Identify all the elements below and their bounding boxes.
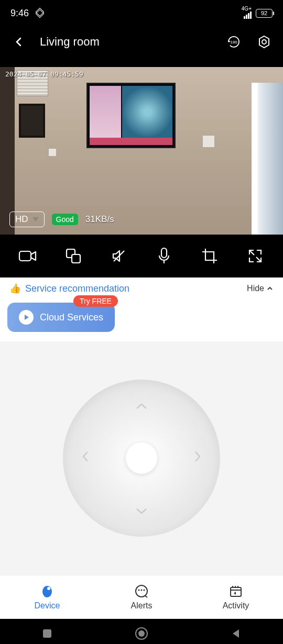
chevron-up-icon xyxy=(266,285,274,292)
video-timestamp: 2024-05-07 09:45:59 xyxy=(5,70,83,78)
settings-button[interactable] xyxy=(255,32,274,51)
dropdown-triangle-icon xyxy=(32,217,39,221)
svg-rect-21 xyxy=(43,629,51,638)
svg-line-9 xyxy=(256,257,260,261)
device-icon xyxy=(40,584,54,598)
recommendation-label[interactable]: Service recommendation xyxy=(25,283,243,294)
circle-icon xyxy=(135,627,148,640)
ptz-center-button[interactable] xyxy=(126,442,157,474)
status-bar: 9:46 4G+ 92 xyxy=(0,0,283,26)
multiview-icon xyxy=(64,247,82,265)
app-header: Living room 180 xyxy=(0,26,283,58)
rotate-180-button[interactable]: 180 xyxy=(224,32,243,51)
svg-point-10 xyxy=(42,586,52,597)
nav-device[interactable]: Device xyxy=(0,575,94,619)
scene-window xyxy=(252,83,283,235)
hide-button[interactable]: Hide xyxy=(247,284,274,293)
scene-picture-frame xyxy=(19,104,45,138)
mic-button[interactable] xyxy=(151,243,177,269)
bottom-nav: Device Alerts Activity xyxy=(0,575,283,619)
microphone-icon xyxy=(157,247,171,265)
layers-icon xyxy=(35,9,43,17)
back-button[interactable] xyxy=(9,32,28,51)
scene-door xyxy=(0,67,15,235)
ptz-joystick[interactable] xyxy=(63,380,220,537)
thumbs-up-icon: 👍 xyxy=(9,283,21,294)
expand-icon xyxy=(247,248,263,264)
activity-icon xyxy=(229,584,243,598)
svg-point-1 xyxy=(262,40,266,44)
chevron-left-icon xyxy=(14,37,24,47)
svg-rect-6 xyxy=(161,248,167,258)
alerts-icon xyxy=(135,584,148,598)
svg-rect-4 xyxy=(72,254,80,263)
ptz-up-icon xyxy=(135,398,148,413)
quality-selector[interactable]: HD xyxy=(9,212,45,227)
speaker-mute-icon xyxy=(110,247,128,265)
fullscreen-button[interactable] xyxy=(243,243,268,269)
recommendation-row: 👍 Service recommendation Hide xyxy=(0,277,283,299)
svg-rect-2 xyxy=(19,251,31,261)
sys-home-button[interactable] xyxy=(134,626,149,641)
page-title: Living room xyxy=(40,35,213,49)
ptz-left-icon xyxy=(82,450,89,466)
cloud-services-label: Cloud Services xyxy=(40,312,103,323)
svg-point-14 xyxy=(141,589,143,591)
sys-recent-button[interactable] xyxy=(40,626,55,641)
crop-icon xyxy=(201,247,219,265)
rotate-180-icon: 180 xyxy=(226,34,242,50)
scene-switch xyxy=(48,148,57,157)
svg-point-23 xyxy=(138,630,145,637)
cloud-services-button[interactable]: Cloud Services xyxy=(7,303,115,332)
battery-indicator: 92 xyxy=(256,9,273,18)
record-button[interactable] xyxy=(15,243,40,269)
system-nav xyxy=(0,619,283,644)
try-free-badge: Try FREE xyxy=(73,295,118,307)
svg-point-13 xyxy=(138,589,140,591)
hexagon-settings-icon xyxy=(257,35,271,49)
triangle-left-icon xyxy=(230,628,242,639)
network-label: 4G+ xyxy=(242,6,252,12)
video-controls xyxy=(0,235,283,277)
nav-alerts[interactable]: Alerts xyxy=(94,575,189,619)
signal-icon xyxy=(244,12,252,19)
mute-button[interactable] xyxy=(106,243,132,269)
camera-feed[interactable]: 2024-05-07 09:45:59 HD Good 31KB/s xyxy=(0,67,283,235)
nav-alerts-label: Alerts xyxy=(131,601,153,610)
cloud-play-icon xyxy=(19,310,34,325)
svg-line-8 xyxy=(250,251,254,255)
scene-tv xyxy=(86,83,176,148)
screenshot-button[interactable] xyxy=(197,243,222,269)
ptz-panel xyxy=(0,341,283,575)
status-time: 9:46 xyxy=(10,8,29,19)
ptz-down-icon xyxy=(135,503,148,518)
connection-badge: Good xyxy=(52,214,78,225)
svg-point-12 xyxy=(136,585,147,597)
nav-activity[interactable]: Activity xyxy=(189,575,283,619)
multiview-button[interactable] xyxy=(61,243,86,269)
scene-switch xyxy=(202,135,215,148)
svg-text:180: 180 xyxy=(230,40,237,45)
square-icon xyxy=(42,628,52,639)
nav-activity-label: Activity xyxy=(223,601,249,610)
video-camera-icon xyxy=(18,248,37,264)
bitrate-label: 31KB/s xyxy=(85,214,114,225)
sys-back-button[interactable] xyxy=(228,626,243,641)
ptz-right-icon xyxy=(194,450,201,466)
nav-device-label: Device xyxy=(35,601,60,610)
quality-value: HD xyxy=(15,214,28,225)
svg-point-15 xyxy=(144,589,145,591)
svg-point-11 xyxy=(47,587,50,590)
